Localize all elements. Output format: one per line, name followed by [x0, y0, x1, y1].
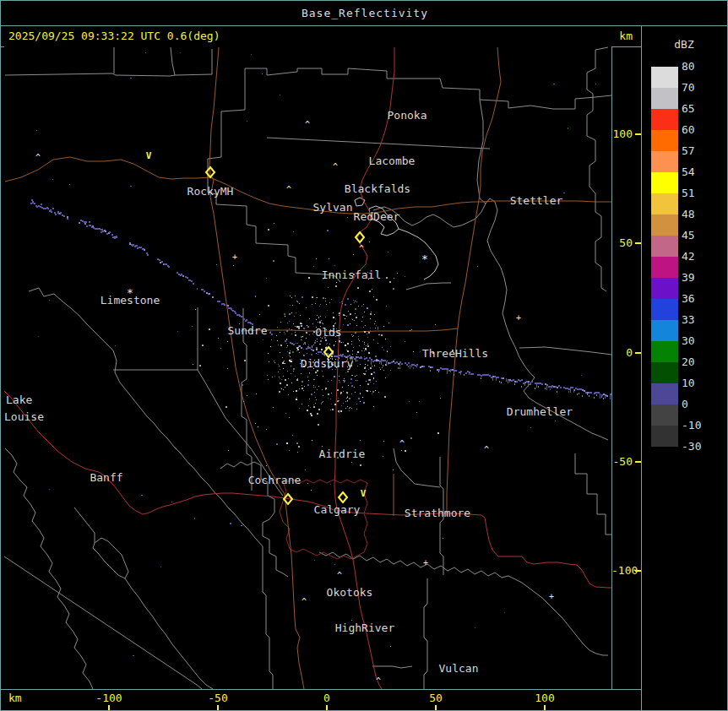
radar-clutter-dot: [347, 371, 349, 372]
radar-speck: [49, 489, 50, 490]
legend-unit-label: dBZ: [642, 38, 726, 51]
radar-clutter-dot: [290, 305, 291, 306]
radar-clutter-dot: [351, 318, 352, 319]
echo-streak-dot: [401, 363, 403, 365]
radar-clutter-dot: [351, 393, 352, 394]
echo-streak-dot: [432, 366, 433, 368]
echo-streak-dot: [340, 355, 342, 356]
radar-clutter-dot: [312, 346, 312, 347]
echo-streak-dot: [339, 355, 340, 356]
echo-streak-dot: [497, 377, 499, 378]
legend-value-label: 20: [682, 356, 695, 369]
radar-clutter-dot: [244, 360, 246, 361]
echo-streak-dot: [95, 228, 96, 230]
city-label: Stettler: [510, 194, 563, 207]
radar-clutter-dot: [284, 332, 285, 333]
radar-clutter-dot: [305, 344, 306, 345]
radar-clutter-dot: [307, 325, 307, 326]
radar-clutter-dot: [419, 401, 420, 402]
radar-clutter-dot: [322, 389, 323, 390]
radar-clutter-dot: [279, 377, 280, 377]
echo-streak-dot: [32, 201, 34, 203]
radar-clutter-dot: [316, 297, 317, 298]
echo-streak-dot: [31, 199, 33, 201]
radar-clutter-dot: [343, 314, 345, 316]
radar-clutter-dot: [359, 345, 360, 346]
legend-color-block: [651, 404, 678, 426]
echo-streak-dot: [378, 360, 379, 361]
radar-clutter-dot: [309, 373, 310, 374]
echo-streak-dot: [519, 380, 521, 382]
radar-clutter-dot: [350, 323, 350, 324]
radar-clutter-dot: [393, 288, 394, 290]
echo-streak-dot: [538, 386, 539, 388]
radar-clutter-dot: [276, 443, 278, 445]
echo-streak-dot: [228, 307, 230, 309]
radar-speck: [262, 73, 263, 74]
radar-clutter-dot: [323, 395, 323, 396]
radar-clutter-dot: [347, 324, 349, 326]
radar-clutter-dot: [405, 450, 406, 452]
radar-clutter-dot: [361, 321, 362, 322]
echo-streak-dot: [168, 266, 170, 268]
radar-clutter-dot: [307, 346, 308, 347]
radar-clutter-dot: [345, 401, 346, 402]
radar-clutter-dot: [356, 409, 357, 410]
city-label: Sylvan: [313, 201, 353, 214]
radar-clutter-dot: [284, 361, 285, 361]
radar-speck: [130, 78, 132, 79]
radar-clutter-dot: [411, 329, 412, 330]
echo-streak-dot: [114, 237, 116, 239]
radar-clutter-dot: [195, 309, 196, 310]
plus-symbol: +: [232, 252, 237, 262]
radar-speck: [595, 84, 596, 84]
radar-clutter-dot: [331, 380, 332, 381]
radar-clutter-dot: [285, 379, 286, 381]
x-tick-mark: [108, 705, 110, 711]
radar-clutter-dot: [367, 307, 368, 309]
echo-streak-dot: [236, 314, 238, 316]
echo-streak-dot: [101, 231, 102, 233]
echo-streak-dot: [307, 347, 309, 349]
radar-clutter-dot: [365, 350, 366, 350]
radar-clutter-dot: [328, 398, 329, 399]
radar-clutter-dot: [298, 446, 300, 448]
echo-streak-dot: [399, 367, 400, 369]
radar-clutter-dot: [266, 465, 267, 466]
radar-clutter-dot: [298, 347, 299, 348]
echo-streak-dot: [247, 322, 249, 323]
radar-clutter-dot: [383, 370, 384, 371]
echo-streak-dot: [448, 370, 450, 372]
radar-clutter-dot: [342, 303, 343, 304]
site-diamond-marker: [339, 492, 347, 502]
echo-streak-dot: [587, 393, 588, 395]
radar-clutter-dot: [286, 347, 287, 348]
echo-streak-dot: [388, 363, 388, 365]
radar-clutter-dot: [350, 407, 350, 408]
radar-clutter-dot: [345, 304, 346, 306]
echo-streak-dot: [67, 218, 68, 220]
radar-map-canvas[interactable]: ^^^^^^^^^^**++++PonokaLacombeBlackfaldsS…: [4, 46, 611, 689]
radar-speck: [192, 326, 193, 327]
echo-streak-dot: [567, 388, 568, 389]
radar-clutter-dot: [390, 346, 391, 347]
radar-clutter-dot: [315, 372, 317, 373]
legend-color-block: [651, 426, 678, 447]
radar-display[interactable]: ^^^^^^^^^^**++++PonokaLacombeBlackfaldsS…: [4, 46, 611, 689]
radar-speck: [530, 427, 531, 428]
radar-speck: [477, 266, 478, 267]
echo-streak-tick: [399, 363, 400, 366]
radar-clutter-dot: [373, 406, 374, 407]
radar-clutter-dot: [370, 318, 371, 319]
radar-clutter-dot: [315, 403, 316, 404]
radar-clutter-dot: [320, 340, 322, 342]
echo-streak-dot: [101, 229, 103, 231]
city-label: RedDeer: [354, 210, 400, 223]
radar-clutter-dot: [350, 304, 351, 305]
radar-clutter-dot: [290, 356, 291, 357]
peak-symbol: ^: [333, 162, 338, 171]
echo-streak-tick: [386, 361, 387, 365]
echo-streak-dot: [389, 362, 391, 364]
legend-value-label: 36: [682, 292, 695, 306]
echo-streak-tick: [450, 370, 451, 372]
